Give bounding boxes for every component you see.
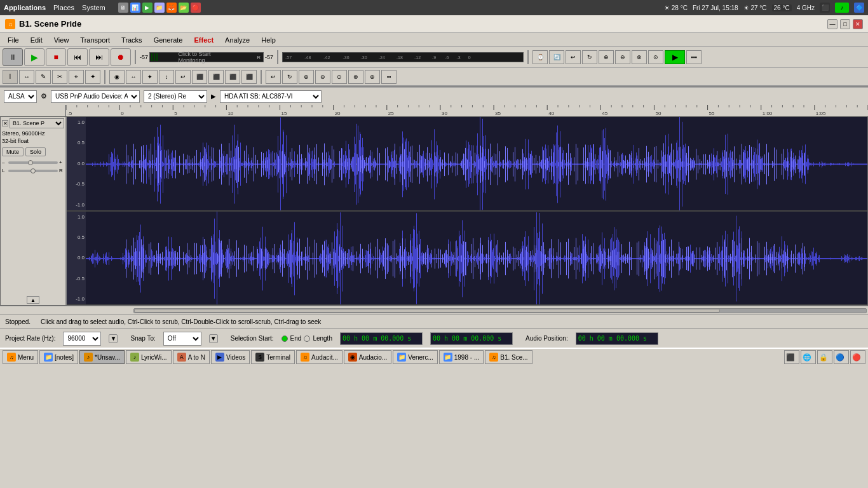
sysbar-right-icon3[interactable]: 🔷 <box>854 3 864 13</box>
menu-analyze[interactable]: Analyze <box>220 35 255 45</box>
menu-help[interactable]: Help <box>256 35 281 45</box>
taskbar-right-icon5[interactable]: 🔴 <box>850 350 865 364</box>
sysbar-icon-7[interactable]: 🔴 <box>191 3 201 13</box>
extra-btn-4[interactable]: ↻ <box>582 50 597 64</box>
extra-btn-5[interactable]: ⊕ <box>599 50 614 64</box>
play-green-btn[interactable]: ▶ <box>665 50 685 64</box>
taskbar-videos[interactable]: ▶ Videos <box>211 350 250 364</box>
end-radio[interactable] <box>281 336 288 342</box>
taskbar-right-icon1[interactable]: ⬛ <box>784 350 799 364</box>
project-rate-down[interactable]: ▼ <box>109 334 118 343</box>
tool-multi[interactable]: ✦ <box>85 70 100 84</box>
snap-to-down[interactable]: ▼ <box>209 334 218 343</box>
menu-file[interactable]: File <box>3 35 24 45</box>
zoom-btn-6[interactable]: ⬛ <box>192 70 207 84</box>
channels-select[interactable]: 2 (Stereo) Re <box>144 90 207 103</box>
selection-start-input[interactable] <box>340 332 423 345</box>
waveform-channel1[interactable] <box>86 117 867 212</box>
more-btn-8[interactable]: ▪▪ <box>381 70 397 84</box>
scrollbar-thumb[interactable] <box>134 309 720 313</box>
more-btn-3[interactable]: ⊕ <box>299 70 314 84</box>
taskbar-right-icon2[interactable]: 🌐 <box>801 350 816 364</box>
sysbar-icon-4[interactable]: 📁 <box>154 3 165 13</box>
audio-host-select[interactable]: ALSA <box>4 90 37 103</box>
next-button[interactable]: ⏭ <box>89 48 109 66</box>
more-btn-2[interactable]: ↻ <box>282 70 297 84</box>
device-settings-icon[interactable]: ⚙ <box>41 92 47 100</box>
taskbar-b1scene[interactable]: ♫ B1. Sce... <box>485 350 532 364</box>
more-btn-7[interactable]: ⊕ <box>365 70 380 84</box>
taskbar-audacity1[interactable]: ♫ Audacit... <box>296 350 342 364</box>
system-menu[interactable]: System <box>82 4 105 11</box>
tool-zoom[interactable]: ✂ <box>52 70 67 84</box>
menu-tracks[interactable]: Tracks <box>116 35 147 45</box>
tool-draw[interactable]: ✎ <box>36 70 51 84</box>
extra-btn-8[interactable]: ⊙ <box>648 50 663 64</box>
more-btn-6[interactable]: ⊗ <box>348 70 363 84</box>
gain-slider[interactable] <box>8 161 58 164</box>
taskbar-unsaved[interactable]: ♪ *Unsav... <box>79 350 125 364</box>
taskbar-1998[interactable]: 📁 1998 - ... <box>439 350 484 364</box>
sysbar-right-icon2[interactable]: ♪ <box>835 3 849 13</box>
zoom-btn-8[interactable]: ⬛ <box>225 70 240 84</box>
sysbar-right-icon1[interactable]: ⬛ <box>820 3 830 13</box>
more-btn-5[interactable]: ⊙ <box>332 70 347 84</box>
vu-left-meter[interactable]: Click to Start Monitoring R <box>149 52 264 62</box>
zoom-btn-2[interactable]: ↔ <box>126 70 141 84</box>
taskbar-terminal[interactable]: $ Terminal <box>251 350 295 364</box>
stop-button[interactable]: ■ <box>46 48 66 66</box>
tool-timeshift[interactable]: ⌖ <box>69 70 84 84</box>
extra-btn-3[interactable]: ↩ <box>566 50 581 64</box>
scrollbar-track[interactable] <box>133 308 867 313</box>
tool-envelope[interactable]: ↔ <box>19 70 34 84</box>
monitoring-click-label[interactable]: Click to Start Monitoring <box>179 51 235 64</box>
length-radio[interactable] <box>304 336 310 342</box>
taskbar-menu[interactable]: ♫ Menu <box>3 350 38 364</box>
prev-button[interactable]: ⏮ <box>67 48 88 66</box>
taskbar-lyricwi[interactable]: ♪ LyricWi... <box>126 350 172 364</box>
extra-btn-9[interactable]: ▪▪▪ <box>686 50 702 64</box>
zoom-btn-9[interactable]: ⬛ <box>241 70 257 84</box>
record-button[interactable]: ⏺ <box>111 48 131 66</box>
close-button[interactable]: ✕ <box>853 19 863 29</box>
extra-btn-7[interactable]: ⊗ <box>632 50 647 64</box>
taskbar-aton[interactable]: A A to N <box>173 350 210 364</box>
extra-btn-6[interactable]: ⊖ <box>615 50 630 64</box>
maximize-button[interactable]: □ <box>840 19 850 29</box>
mute-button[interactable]: Mute <box>2 147 24 156</box>
places-menu[interactable]: Places <box>53 4 74 11</box>
snap-to-select[interactable]: Off <box>163 332 201 346</box>
audio-position-input[interactable] <box>576 332 658 345</box>
play-button[interactable]: ▶ <box>24 48 44 66</box>
zoom-btn-3[interactable]: ✦ <box>142 70 158 84</box>
project-rate-select[interactable]: 96000 <box>63 332 101 346</box>
pan-thumb[interactable] <box>31 168 36 173</box>
tool-selection[interactable]: I <box>3 70 18 84</box>
pause-button[interactable]: ⏸ <box>3 48 23 66</box>
zoom-btn-4[interactable]: ↕ <box>159 70 174 84</box>
extra-btn-2[interactable]: 🔄 <box>549 50 564 64</box>
sysbar-icon-6[interactable]: 📂 <box>179 3 189 13</box>
taskbar-audacity2[interactable]: ◉ Audacio... <box>344 350 391 364</box>
input-device-select[interactable]: USB PnP Audio Device: Audio ( <box>51 90 140 103</box>
menu-effect[interactable]: Effect <box>189 35 219 45</box>
zoom-btn-7[interactable]: ⬛ <box>208 70 224 84</box>
zoom-btn-5[interactable]: ↩ <box>175 70 191 84</box>
solo-button[interactable]: Solo <box>25 147 46 156</box>
more-btn-1[interactable]: ↩ <box>266 70 281 84</box>
waveform-channel2[interactable] <box>86 212 867 306</box>
sysbar-icon-1[interactable]: 🖥 <box>118 3 128 13</box>
minimize-button[interactable]: — <box>827 19 837 29</box>
taskbar-venere[interactable]: 📁 Venerc... <box>393 350 437 364</box>
gain-thumb[interactable] <box>28 160 33 165</box>
menu-transport[interactable]: Transport <box>75 35 115 45</box>
sysbar-icon-2[interactable]: 📊 <box>130 3 140 13</box>
output-device-select[interactable]: HDA ATI SB: ALC887-VI <box>220 90 322 103</box>
menu-edit[interactable]: Edit <box>25 35 48 45</box>
zoom-btn-1[interactable]: ◉ <box>109 70 125 84</box>
menu-view[interactable]: View <box>49 35 74 45</box>
selection-end-input[interactable] <box>430 332 513 345</box>
track-name-select[interactable]: B1. Scene P <box>10 118 64 128</box>
track-close-button[interactable]: ✕ <box>2 120 8 126</box>
menu-generate[interactable]: Generate <box>149 35 188 45</box>
